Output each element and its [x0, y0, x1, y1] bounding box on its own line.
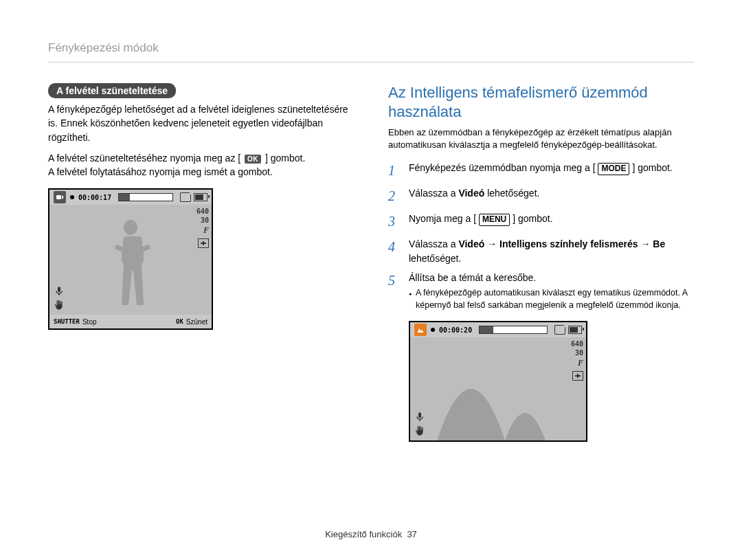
step5-text: Állítsa be a témát a keresőbe. [409, 272, 536, 283]
section-title: Az Intelligens témafelismerő üzemmód has… [388, 83, 694, 121]
lcd-topbar: 00:00:17 [49, 190, 212, 205]
lcd-bottombar: SHUTTER Stop OK Szünet [49, 315, 212, 328]
subheading-pill: A felvétel szüneteltetése [48, 83, 176, 98]
left-column: A felvétel szüneteltetése A fényképezőgé… [48, 83, 354, 519]
battery-icon [568, 326, 582, 334]
left-paragraph-1: A fényképezőgép lehetőséget ad a felvéte… [48, 102, 354, 144]
camera-lcd-recording: 00:00:17 640 30 F [48, 188, 213, 330]
step4-bold: Videó → Intelligens színhely felismerés … [458, 238, 665, 249]
lcd-ok-label: OK [176, 318, 183, 325]
lcd-topbar: 00:00:20 [410, 322, 586, 337]
stabilizer-icon [414, 425, 425, 436]
landscape-mode-icon [414, 324, 427, 336]
f-icon: F [203, 225, 209, 236]
lcd-content: 640 30 F [49, 205, 212, 315]
step1-post: ] gombot. [632, 162, 672, 173]
record-indicator-icon [70, 195, 74, 199]
step1-pre: Fényképezés üzemmódban nyomja meg a [ [409, 162, 596, 173]
right-column: Az Intelligens témafelismerő üzemmód has… [388, 83, 694, 519]
section-header: Fényképezési módok [48, 41, 694, 63]
menu-button-label: MENU [479, 214, 510, 226]
sdcard-icon [554, 325, 565, 335]
ok-button-icon: OK [245, 155, 261, 164]
step-1: 1 Fényképezés üzemmódban nyomja meg a [ … [388, 161, 694, 181]
lcd-progress [479, 326, 548, 334]
step3-pre: Nyomja meg a [ [409, 213, 476, 224]
step-number: 4 [388, 237, 401, 265]
stabilizer-icon [54, 300, 65, 311]
lcd-status-icons [180, 192, 207, 202]
step2-pre: Válassza a [409, 188, 458, 199]
mic-icon [414, 412, 425, 423]
person-silhouette [103, 219, 158, 315]
p2-post: ] gombot. [265, 153, 305, 164]
lcd-resolution: 640 [196, 208, 209, 215]
step-number: 1 [388, 161, 401, 181]
mode-button-label: MODE [598, 163, 629, 175]
p3: A felvétel folytatásához nyomja meg ismé… [48, 166, 273, 177]
lcd-preview-left: 00:00:17 640 30 F [48, 188, 354, 330]
step5-sub: A fényképezőgép automatikusan kiválaszt … [409, 287, 694, 311]
lcd-time-2: 00:00:20 [439, 326, 472, 334]
step-2: 2 Válassza a Videó lehetőséget. [388, 186, 694, 206]
step-number: 5 [388, 271, 401, 311]
mountains-silhouette [410, 358, 586, 440]
video-mode-icon [54, 191, 66, 203]
lcd-progress [118, 193, 173, 201]
steps-list: 1 Fényképezés üzemmódban nyomja meg a [ … [388, 161, 694, 311]
lcd-resolution-2: 640 [571, 340, 583, 348]
metering-icon [198, 238, 209, 248]
step4-post: lehetőséget. [409, 253, 461, 264]
page-footer: Kiegészítő funkciók 37 [48, 519, 694, 539]
step-3: 3 Nyomja meg a [ MENU ] gombot. [388, 212, 694, 232]
section-intro: Ebben az üzemmódban a fényképezőgép az é… [388, 126, 694, 151]
footer-label: Kiegészítő funkciók [325, 529, 402, 539]
lcd-preview-right: 00:00:20 640 30 F [388, 321, 694, 442]
step-4: 4 Válassza a Videó → Intelligens színhel… [388, 237, 694, 265]
step-number: 3 [388, 212, 401, 232]
lcd-status-icons [554, 325, 582, 335]
lcd-content: 640 30 F [410, 337, 586, 440]
page: Fényképezési módok A felvétel szünetelte… [0, 0, 742, 560]
lcd-shutter-label: SHUTTER [54, 318, 80, 325]
step-number: 2 [388, 186, 401, 206]
content-columns: A felvétel szüneteltetése A fényképezőgé… [48, 83, 694, 519]
mic-icon [54, 286, 65, 297]
sdcard-icon [180, 192, 191, 202]
footer-page: 37 [407, 529, 416, 539]
lcd-right-info: 640 30 F [196, 208, 209, 248]
battery-icon [194, 193, 207, 201]
p2-pre: A felvétel szüneteltetéséhez nyomja meg … [48, 153, 240, 164]
step2-post: lehetőséget. [484, 188, 539, 199]
lcd-pause-text: Szünet [186, 318, 207, 326]
step4-pre: Válassza a [409, 238, 458, 249]
left-paragraph-2: A felvétel szüneteltetéséhez nyomja meg … [48, 151, 354, 179]
step-5: 5 Állítsa be a témát a keresőbe. A fényk… [388, 271, 694, 311]
lcd-fps-2: 30 [575, 349, 583, 357]
lcd-fps: 30 [201, 216, 209, 224]
lcd-stop-text: Stop [82, 318, 97, 326]
step2-bold: Videó [458, 188, 484, 199]
lcd-time: 00:00:17 [78, 194, 111, 201]
record-indicator-icon [431, 328, 435, 332]
camera-lcd-scene: 00:00:20 640 30 F [409, 321, 587, 442]
step3-post: ] gombot. [513, 213, 552, 224]
